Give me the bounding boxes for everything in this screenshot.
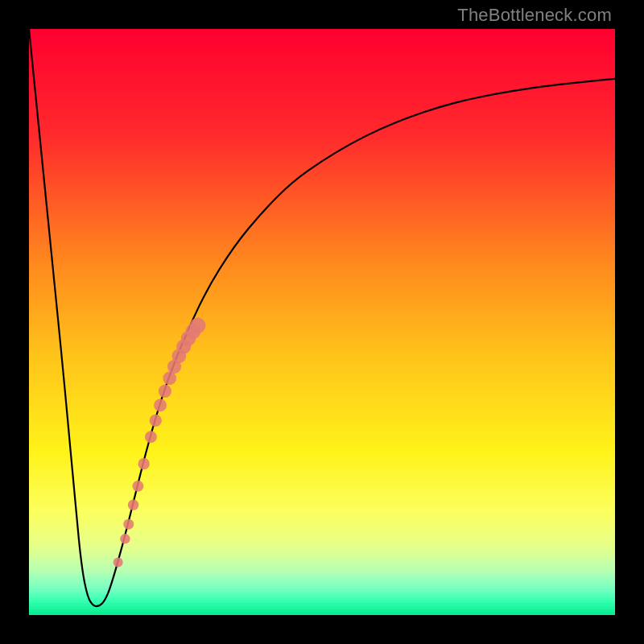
sample-point bbox=[138, 458, 150, 469]
sample-point bbox=[150, 415, 162, 427]
plot-area bbox=[29, 29, 615, 615]
sample-point bbox=[132, 481, 143, 492]
sample-point bbox=[154, 398, 167, 411]
sample-point bbox=[114, 557, 123, 567]
sample-point bbox=[163, 372, 176, 386]
sample-point bbox=[128, 499, 138, 510]
chart-svg bbox=[29, 29, 615, 615]
sample-point bbox=[123, 519, 134, 530]
watermark-text: TheBottleneck.com bbox=[457, 5, 612, 26]
bottleneck-curve bbox=[29, 29, 615, 606]
sample-point bbox=[120, 534, 130, 543]
chart-frame: TheBottleneck.com bbox=[0, 0, 644, 644]
sample-point bbox=[145, 431, 157, 443]
sample-point bbox=[159, 385, 171, 398]
sample-point bbox=[190, 318, 206, 334]
